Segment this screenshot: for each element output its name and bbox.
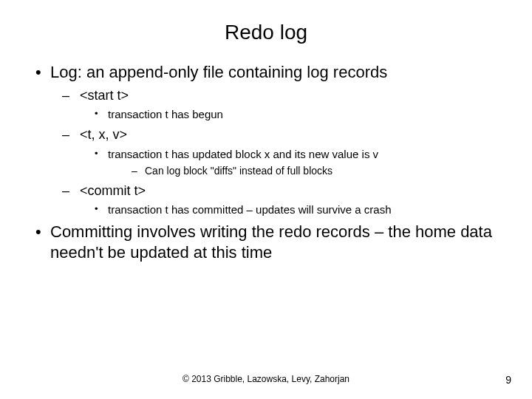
bullet-txv: <t, x, v> xyxy=(62,126,497,143)
bullet-committing: Committing involves writing the redo rec… xyxy=(35,222,497,262)
slide-title: Redo log xyxy=(0,0,532,58)
bullet-diffs: Can log block "diffs" instead of full bl… xyxy=(132,164,497,178)
slide: Redo log Log: an append-only file contai… xyxy=(0,0,532,399)
bullet-log: Log: an append-only file containing log … xyxy=(35,62,497,83)
bullet-start-desc: transaction t has begun xyxy=(95,107,497,122)
footer-copyright: © 2013 Gribble, Lazowska, Levy, Zahorjan xyxy=(0,374,532,384)
bullet-commit-t: <commit t> xyxy=(62,183,497,200)
slide-content: Log: an append-only file containing log … xyxy=(0,62,532,262)
page-number: 9 xyxy=(505,374,511,386)
bullet-txv-desc: transaction t has updated block x and it… xyxy=(95,147,497,162)
bullet-start-t: <start t> xyxy=(62,87,497,104)
bullet-commit-desc: transaction t has committed – updates wi… xyxy=(95,202,497,217)
